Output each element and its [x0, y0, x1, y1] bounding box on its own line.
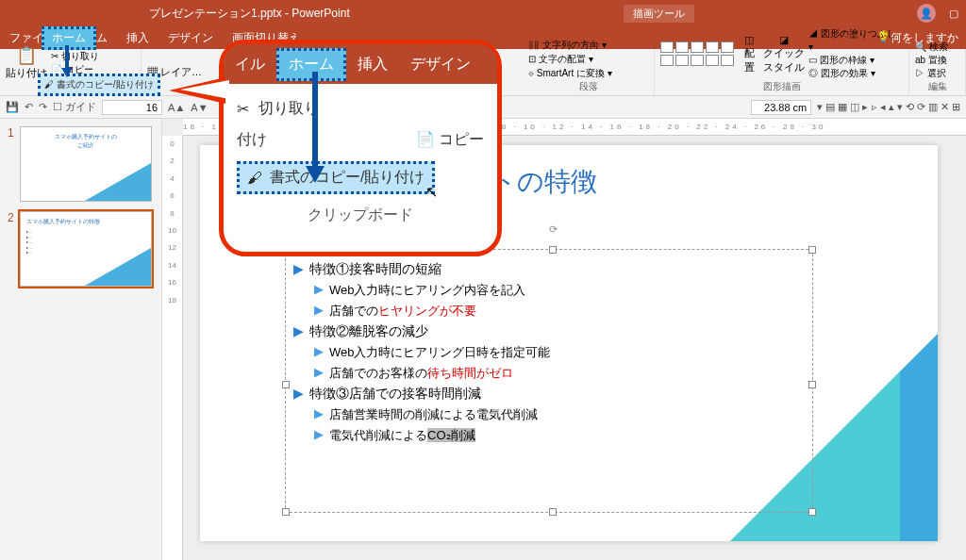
shape-fill-button[interactable]: ◢ 図形の塗りつぶし ▾ — [808, 27, 903, 54]
smartart-button[interactable]: ⟐ SmartArt に変換 ▾ — [528, 66, 648, 80]
font-size-input[interactable] — [102, 100, 162, 115]
ribbon-display-icon[interactable]: ▢ — [949, 8, 958, 20]
tab-design[interactable]: デザイン — [158, 26, 223, 49]
contextual-tab-drawing[interactable]: 描画ツール — [624, 5, 694, 23]
window-title: プレゼンテーション1.pptx - PowerPoint — [149, 6, 350, 22]
callout-format-painter-highlight: 🖌 書式のコピー/貼り付け ↖ — [237, 161, 435, 194]
rotate-handle-icon[interactable]: ⟳ — [549, 223, 558, 236]
shape-width-input[interactable] — [751, 100, 811, 115]
paintbrush-icon: 🖌 — [247, 170, 262, 187]
arrange-button[interactable]: ◫配置 — [739, 34, 759, 74]
find-button[interactable]: 🔍 検索 — [915, 41, 959, 54]
annotation-callout: イル ホーム 挿入 デザイン ✂切り取り 付け 📄 コピー 🖌 書式のコピー/貼… — [219, 40, 502, 256]
text-direction-button[interactable]: ‖‖ 文字列の方向 ▾ — [528, 38, 648, 52]
copy-icon: 📄 — [416, 131, 435, 147]
replace-button[interactable]: ab 置換 — [915, 54, 959, 67]
svg-marker-1 — [61, 68, 73, 77]
cursor-icon: ↖ — [425, 183, 438, 201]
cut-button[interactable]: ✂ 切り取り — [51, 50, 99, 63]
align-text-button[interactable]: ⊡ 文字の配置 ▾ — [528, 52, 648, 66]
shapes-gallery[interactable] — [660, 41, 735, 66]
user-avatar-icon[interactable]: 👤 — [917, 4, 936, 23]
slide-thumbnails-panel: 1 スマホ購入予約サイトの ご紹介 2 スマホ購入予約サイトの特徴 ▸ …▸ …… — [0, 119, 162, 560]
vertical-ruler: 0 2 4 6 8 10 12 14 16 18 — [162, 136, 183, 560]
slide-thumb-2[interactable]: 2 スマホ購入予約サイトの特徴 ▸ …▸ …▸ …▸ …▸ … — [8, 211, 154, 287]
redo-icon[interactable]: ↷ — [39, 101, 47, 113]
save-icon[interactable]: 💾 — [6, 101, 19, 113]
shape-effects-button[interactable]: ◎ 図形の効果 ▾ — [808, 67, 903, 80]
quick-styles-button[interactable]: ◪クイック スタイル — [763, 34, 805, 74]
annotation-arrow-large — [304, 72, 326, 183]
annotation-format-painter-highlight: 🖌 書式のコピー/貼り付け — [38, 74, 160, 96]
selected-text[interactable]: CO₂削減 — [427, 428, 475, 442]
select-button[interactable]: ▷ 選択 — [915, 67, 959, 80]
svg-marker-3 — [306, 166, 325, 183]
scissors-icon: ✂ — [237, 100, 249, 118]
undo-icon[interactable]: ↶ — [25, 101, 33, 113]
shape-outline-button[interactable]: ▭ 図形の枠線 ▾ — [808, 54, 903, 67]
title-bar: プレゼンテーション1.pptx - PowerPoint 描画ツール 👤 ▢ — [0, 0, 966, 26]
annotation-arrow-small — [59, 45, 75, 77]
content-placeholder[interactable]: ⟳ ▶特徴①接客時間の短縮 ▶Web入力時にヒアリング内容を記入 ▶店舗でのヒヤ… — [285, 249, 813, 513]
slide-thumb-1[interactable]: 1 スマホ購入予約サイトの ご紹介 — [8, 126, 154, 202]
